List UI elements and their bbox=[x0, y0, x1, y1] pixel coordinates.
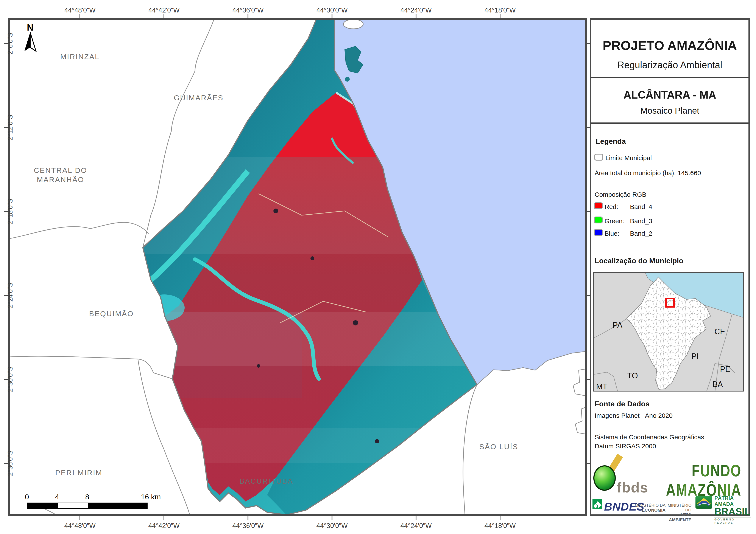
axis-label-left: 2°30'0"S bbox=[7, 367, 14, 392]
ministerio-economia-line2: ECONOMIA bbox=[642, 508, 665, 513]
project-title: PROJETO AMAZÔNIA bbox=[603, 38, 737, 53]
map-label-bacurituba: BACURITUBA bbox=[239, 477, 293, 485]
fundo-amazonia-line1: FUNDO bbox=[692, 461, 742, 480]
tick bbox=[332, 516, 333, 520]
tick bbox=[248, 516, 248, 520]
patria-amada-brasil-logo: PÁTRIA AMADA BRASIL GOVERNO FEDERAL bbox=[715, 495, 751, 524]
axis-label-left: 2°12'0"S bbox=[7, 115, 14, 140]
axis-label-bottom: 44°18'0"W bbox=[485, 522, 516, 530]
scalebar-label-8: 8 bbox=[85, 493, 90, 501]
white-island bbox=[343, 20, 363, 29]
axis-label-top: 44°48'0"W bbox=[65, 7, 96, 14]
axis-label-bottom: 44°42'0"W bbox=[148, 522, 180, 530]
divider bbox=[591, 77, 748, 78]
patria-amada-text: PÁTRIA AMADA bbox=[715, 495, 751, 507]
municipality-title: ALCÂNTARA - MA bbox=[624, 89, 716, 101]
tick bbox=[500, 14, 500, 18]
axis-label-left: 2°6'0"S bbox=[7, 33, 14, 55]
tick bbox=[500, 516, 500, 520]
info-panel: PROJETO AMAZÔNIA Regularização Ambiental… bbox=[590, 18, 750, 516]
location-inset-map: PA CE PI PE BA TO MT bbox=[593, 272, 744, 392]
scalebar-label-4: 4 bbox=[55, 493, 59, 501]
axis-label-left: 2°36'0"S bbox=[7, 450, 14, 476]
axis-label-bottom: 44°24'0"W bbox=[400, 522, 432, 530]
map-label-mirinzal: MIRINZAL bbox=[60, 53, 100, 61]
fbds-wordmark: fbds bbox=[617, 479, 648, 496]
governo-federal-text: GOVERNO FEDERAL bbox=[715, 517, 751, 524]
green-band-swatch bbox=[594, 216, 603, 223]
ministerio-meio-ambiente-logo: MINISTÉRIO DO MEIO AMBIENTE bbox=[668, 503, 691, 522]
rgb-heading: Composição RGB bbox=[595, 191, 646, 198]
axis-label-top: 44°18'0"W bbox=[485, 7, 516, 14]
tick bbox=[416, 14, 417, 18]
ministerio-meio-ambiente-line1: MINISTÉRIO DO bbox=[668, 503, 691, 512]
source-line3: Datum SIRGAS 2000 bbox=[595, 443, 656, 450]
tick bbox=[416, 516, 417, 520]
scalebar-label-16: 16 km bbox=[141, 493, 161, 501]
scalebar bbox=[27, 502, 148, 509]
brasil-flag-icon bbox=[695, 496, 712, 509]
location-heading: Localização do Município bbox=[595, 257, 683, 265]
source-line1: Imagens Planet - Ano 2020 bbox=[595, 412, 673, 419]
red-band-label: Red: bbox=[605, 203, 618, 211]
blue-band-swatch bbox=[594, 229, 603, 236]
limite-municipal-label: Limite Municipal bbox=[606, 154, 652, 162]
north-arrow-icon bbox=[24, 32, 36, 51]
ministerio-economia-line1: MINISTÉRIO DA bbox=[635, 503, 665, 508]
inset-state-ce: CE bbox=[715, 327, 725, 336]
tick bbox=[248, 14, 248, 18]
ministerio-meio-ambiente-line2: MEIO AMBIENTE bbox=[669, 513, 691, 522]
map-label-guimaraes: GUIMARÃES bbox=[174, 94, 224, 102]
axis-label-top: 44°30'0"W bbox=[316, 7, 348, 14]
axis-label-top: 44°24'0"W bbox=[400, 7, 432, 14]
axis-label-bottom: 44°48'0"W bbox=[65, 522, 96, 530]
project-subtitle: Regularização Ambiental bbox=[617, 60, 722, 70]
axis-label-bottom: 44°30'0"W bbox=[316, 522, 348, 530]
bndes-icon bbox=[592, 499, 602, 509]
inset-state-pe: PE bbox=[720, 365, 730, 374]
fbds-logo: fbds bbox=[593, 453, 658, 503]
brasil-text: BRASIL bbox=[715, 507, 751, 516]
inset-state-ba: BA bbox=[713, 380, 723, 389]
satellite-mosaic-graphic bbox=[10, 20, 585, 514]
axis-label-left: 2°18'0"S bbox=[7, 199, 14, 224]
axis-label-left: 2°24'0"S bbox=[7, 283, 14, 308]
blue-band-label: Blue: bbox=[605, 230, 619, 237]
inset-state-mt: MT bbox=[596, 382, 608, 391]
tick bbox=[332, 14, 333, 18]
green-band-label: Green: bbox=[605, 217, 624, 225]
tick bbox=[79, 516, 80, 520]
axis-label-bottom: 44°36'0"W bbox=[232, 522, 264, 530]
tick bbox=[79, 14, 80, 18]
inset-state-pi: PI bbox=[691, 352, 699, 361]
north-label: N bbox=[27, 22, 33, 33]
axis-label-top: 44°36'0"W bbox=[232, 7, 264, 14]
inset-state-pa: PA bbox=[612, 321, 622, 330]
legend-heading: Legenda bbox=[596, 137, 626, 145]
page: { "colors": { "frame": "#4a4a4a", "ocean… bbox=[0, 0, 756, 534]
green-band-value: Band_3 bbox=[630, 217, 652, 225]
tick bbox=[164, 14, 164, 18]
blue-band-value: Band_2 bbox=[630, 230, 652, 237]
map-label-bequimao: BEQUIMÃO bbox=[89, 310, 134, 318]
map-canvas bbox=[8, 18, 587, 516]
source-line2: Sistema de Coordenadas Geográficas bbox=[595, 434, 704, 441]
map-label-central-do-maranhao: CENTRAL DO MARANHÃO bbox=[22, 166, 99, 184]
axis-label-top: 44°42'0"W bbox=[148, 7, 180, 14]
tick bbox=[164, 516, 164, 520]
area-total-label: Área total do município (ha): 145.660 bbox=[595, 169, 701, 177]
inset-state-to: TO bbox=[627, 371, 638, 380]
map-label-peri-mirim: PERI MIRIM bbox=[55, 469, 102, 477]
product-title: Mosaico Planet bbox=[640, 106, 699, 115]
divider bbox=[591, 122, 748, 124]
red-band-swatch bbox=[594, 202, 603, 209]
ministerio-economia-logo: MINISTÉRIO DA ECONOMIA bbox=[628, 503, 665, 513]
red-band-value: Band_4 bbox=[630, 203, 652, 211]
source-heading: Fonte de Dados bbox=[595, 400, 650, 408]
limite-municipal-swatch bbox=[594, 154, 603, 161]
scalebar-label-0: 0 bbox=[25, 493, 29, 501]
map-label-sao-luis: SÃO LUÍS bbox=[479, 443, 518, 451]
scalebar-segment bbox=[58, 503, 88, 508]
fbds-sphere-icon bbox=[593, 465, 616, 491]
